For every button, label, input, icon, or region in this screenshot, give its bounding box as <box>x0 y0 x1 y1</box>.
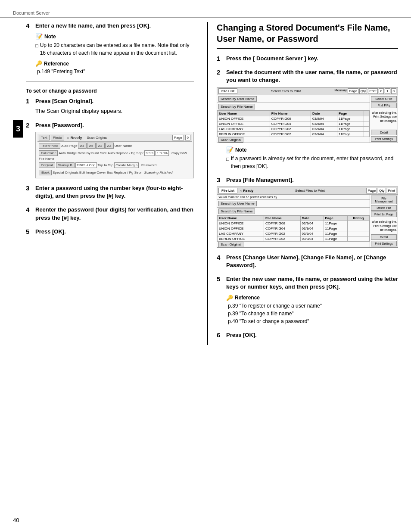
delete-file-btn[interactable]: Delete File <box>371 205 397 211</box>
password-section: To set or change a password 1 Press [Sca… <box>26 88 194 236</box>
note-title: 📝 Note <box>35 33 194 40</box>
memory-label: Memory <box>334 88 347 94</box>
step4-block: 4 Enter a new file name, and then press … <box>26 22 194 75</box>
scan-original-area: Scan Original <box>217 137 370 143</box>
cell-date-1: 03/9/04 <box>311 116 337 121</box>
r-step1-number: 1 <box>217 55 224 62</box>
cell-page-4: 11Page <box>337 131 364 137</box>
cell2-page-1: 11Page <box>324 221 347 226</box>
search-file-btns: Search by File Name <box>217 103 370 111</box>
r-step4-header: 4 Press [Change User Name], [Change File… <box>217 254 398 269</box>
r-step4: 4 Press [Change User Name], [Change File… <box>217 254 398 269</box>
search-btns: Search by User Name <box>217 95 370 103</box>
select-file-btn[interactable]: Select & File <box>371 96 397 102</box>
pw-step1: 1 Press [Scan Original]. The Scan Origin… <box>26 97 194 115</box>
col2-date: Date <box>300 215 324 221</box>
scan-row3: Original Startup B FINISH Orig Tap to Ta… <box>37 162 192 169</box>
pr-fp-btn[interactable]: Pr.& F.Pg <box>371 103 397 108</box>
cell2-user-3: LAS COMPANY <box>218 231 264 236</box>
scan-autop-icon: A4 <box>78 143 87 149</box>
cell2-file-2: COPYRIG04 <box>264 226 301 231</box>
r-step1-title: Press the [ Document Server ] key. <box>226 55 318 62</box>
pw-step1-title: Press [Scan Original]. <box>35 97 93 105</box>
table-row: BERLIN OFFICE COPYRIG02 03/9/04 11Page <box>218 236 370 241</box>
print-settings-btn-2[interactable]: Print Settings <box>371 241 397 246</box>
scan-original-btn[interactable]: Scan Original <box>218 137 243 143</box>
doc-list-2: File List ○ Ready Select Files to Print … <box>217 187 398 248</box>
left-column: 3 4 Enter a new file name, and then pres… <box>13 22 194 345</box>
select-files-label: Select Files to Print <box>240 89 332 93</box>
r-step4-number: 4 <box>217 254 224 261</box>
scan-toolbar-text-btn[interactable]: Text <box>39 135 50 140</box>
cell2-rating-4 <box>347 236 369 241</box>
print-1st-btn[interactable]: Print 1st Page <box>371 212 397 217</box>
side-note: after selecting the, Print Settings use … <box>371 111 397 123</box>
r-step1: 1 Press the [ Document Server ] key. <box>217 55 398 62</box>
search-file-btn-2[interactable]: Search by File Name <box>218 208 255 214</box>
scan-original-btn[interactable]: Original <box>39 162 55 168</box>
pw-step3-number: 3 <box>26 184 33 192</box>
pw-step3: 3 Enter a password using the number keys… <box>26 184 194 200</box>
search-file-btns-2: Search by File Name <box>217 208 370 215</box>
subsection-title: To set or change a password <box>26 88 194 94</box>
select-files-label-2: Select Files to Print <box>256 189 364 193</box>
doc-table-1: User Name File Name Date Page <box>217 111 370 137</box>
r-step5-title: Enter the new user name, file name, or p… <box>226 275 398 291</box>
cell-date-3: 03/9/04 <box>311 126 337 131</box>
cell-extra-2 <box>364 121 370 126</box>
reference-label: Reference <box>44 61 69 67</box>
page-container: Document Server 3 4 Enter a new file nam… <box>0 0 411 532</box>
r-reference-icon: 🔑 <box>226 295 233 301</box>
print-label-2: Print <box>387 188 396 193</box>
col-file: File Name <box>270 111 311 116</box>
file-list-tab-2[interactable]: File List <box>218 188 237 193</box>
scan-fullcolor-btn[interactable]: Full Color <box>39 150 58 156</box>
header-text: Document Server <box>13 10 50 16</box>
search-user-btn[interactable]: Search by User Name <box>218 96 257 102</box>
cell-date-2: 03/9/04 <box>311 121 337 126</box>
note-item-1-text: Up to 20 characters can be entered as a … <box>40 41 194 57</box>
cell2-user-2: UNION OFFICE <box>218 226 264 231</box>
doc-table-2: User Name File Name Date Page Rating <box>217 215 370 242</box>
r-step2-header: 2 Select the document with the user name… <box>217 68 398 84</box>
print-val: 0 <box>391 88 396 94</box>
pw-step5-number: 5 <box>26 228 33 235</box>
cell2-user-4: BERLIN OFFICE <box>218 236 264 241</box>
r-step6: 6 Press [OK]. <box>217 331 398 339</box>
cell2-page-4: 11Page <box>324 236 347 241</box>
left-section-wrapper: 3 4 Enter a new file name, and then pres… <box>13 22 194 236</box>
detail-btn-1[interactable]: Detail <box>371 130 397 135</box>
search-file-btn[interactable]: Search by File Name <box>218 104 255 109</box>
step4-header: 4 Enter a new file name, and then press … <box>26 22 194 30</box>
r-step2-title: Select the document with the user name, … <box>226 68 398 84</box>
doc-list-1-body: Search by User Name Search by File Name … <box>217 95 398 143</box>
note-label: Note <box>44 34 56 40</box>
reference-icon: 🔑 <box>35 60 42 67</box>
scan-toolbar-photo-btn[interactable]: Photo <box>51 135 64 140</box>
scan-original-btn-2[interactable]: Scan Original <box>218 242 243 247</box>
right-column: Changing a Stored Document's File Name, … <box>207 22 398 345</box>
cell-user-1: UNION OFFICE <box>218 116 270 121</box>
print-settings-btn-1[interactable]: Print Settings <box>371 136 397 142</box>
detail-btn-2[interactable]: Detail <box>371 234 397 240</box>
cell-extra-4 <box>364 131 370 137</box>
cell2-date-1: 03/9/04 <box>300 221 324 226</box>
scan-textphoto-btn[interactable]: Text+Photo <box>39 143 60 149</box>
file-mgmt-note: You or team file can be printed continue… <box>217 195 370 200</box>
scan-startup-btn[interactable]: Startup B <box>56 162 75 168</box>
scan-ibook-btn[interactable]: iBook <box>39 170 52 175</box>
side-btns-1: Select & File Pr.& F.Pg after selecting … <box>370 95 398 143</box>
r-step3-header: 3 Press [File Management]. <box>217 176 398 184</box>
doc-list-1-main: Search by User Name Search by File Name … <box>217 95 370 143</box>
search-user-btn-2[interactable]: Search by User Name <box>218 201 257 206</box>
cell-file-1: COPYRIG06 <box>270 116 311 121</box>
r-reference-text-2: p.39 "To change a file name" <box>228 310 398 317</box>
file-mgmt-side-btn[interactable]: File Management <box>371 196 397 204</box>
qty-val: 1 <box>385 88 390 94</box>
file-list-tab[interactable]: File List <box>218 88 237 94</box>
doc-list-2-body: You or team file can be printed continue… <box>217 195 398 247</box>
r-step2: 2 Select the document with the user name… <box>217 68 398 170</box>
pw-step3-header: 3 Enter a password using the number keys… <box>26 184 194 200</box>
table-row: UNION OFFICE COPYRIG04 03/9/04 11Page <box>218 226 370 231</box>
scan-a4-icon: A5 <box>87 143 96 149</box>
